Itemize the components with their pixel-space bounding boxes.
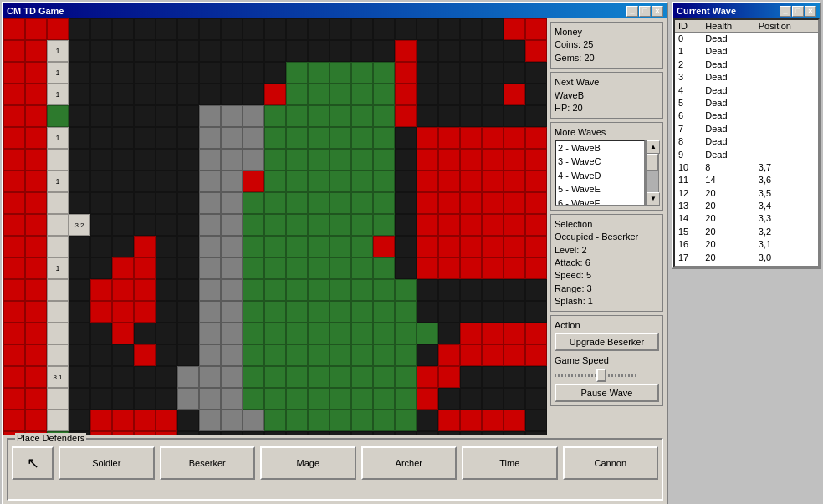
grid-cell[interactable] [156, 366, 177, 388]
grid-cell[interactable] [112, 236, 134, 257]
grid-cell[interactable] [395, 214, 417, 236]
grid-cell[interactable] [504, 301, 525, 323]
grid-cell[interactable] [69, 149, 90, 171]
grid-cell[interactable] [177, 171, 199, 192]
grid-cell[interactable] [460, 279, 482, 301]
grid-cell[interactable] [3, 149, 25, 171]
grid-cell[interactable] [264, 344, 286, 366]
grid-cell[interactable] [482, 214, 504, 236]
grid-cell[interactable] [156, 323, 177, 344]
grid-cell[interactable] [264, 84, 286, 105]
grid-cell[interactable] [351, 301, 373, 323]
grid-cell[interactable] [373, 388, 395, 410]
minimize-button[interactable]: _ [626, 6, 638, 17]
grid-cell[interactable] [25, 84, 47, 105]
grid-cell[interactable] [221, 62, 243, 84]
grid-cell[interactable] [243, 388, 264, 410]
grid-cell[interactable] [134, 257, 156, 279]
grid-cell[interactable] [69, 105, 90, 127]
grid-cell[interactable] [112, 323, 134, 344]
grid-cell[interactable] [308, 431, 330, 435]
grid-cell[interactable] [286, 171, 308, 192]
grid-cell[interactable] [525, 257, 547, 279]
grid-cell[interactable] [3, 388, 25, 410]
grid-cell[interactable] [460, 236, 482, 257]
grid-cell[interactable] [221, 301, 243, 323]
grid-cell[interactable] [525, 105, 547, 127]
grid-cell[interactable] [134, 171, 156, 192]
grid-cell[interactable] [69, 366, 90, 388]
grid-cell[interactable] [69, 388, 90, 410]
grid-cell[interactable] [177, 323, 199, 344]
grid-cell[interactable] [308, 323, 330, 344]
grid-cell[interactable] [395, 40, 417, 62]
grid-cell[interactable] [330, 214, 351, 236]
grid-cell[interactable] [351, 344, 373, 366]
grid-cell[interactable] [69, 323, 90, 344]
grid-cell[interactable] [373, 236, 395, 257]
grid-cell[interactable] [504, 366, 525, 388]
grid-cell[interactable] [156, 301, 177, 323]
grid-cell[interactable] [90, 171, 112, 192]
grid-cell[interactable] [243, 105, 264, 127]
wave-close-button[interactable]: × [805, 6, 816, 17]
grid-cell[interactable] [199, 18, 221, 40]
grid-cell[interactable] [460, 40, 482, 62]
grid-cell[interactable] [264, 410, 286, 431]
grid-cell[interactable] [330, 366, 351, 388]
grid-cell[interactable] [286, 18, 308, 40]
pause-wave-button[interactable]: Pause Wave [555, 384, 659, 402]
grid-cell[interactable] [199, 192, 221, 214]
grid-cell[interactable] [112, 18, 134, 40]
grid-cell[interactable] [3, 214, 25, 236]
grid-cell[interactable] [3, 301, 25, 323]
grid-cell[interactable] [417, 149, 438, 171]
grid-cell[interactable] [25, 171, 47, 192]
grid-cell[interactable] [330, 431, 351, 435]
grid-cell[interactable] [112, 279, 134, 301]
grid-cell[interactable] [90, 105, 112, 127]
grid-cell[interactable] [395, 388, 417, 410]
grid-cell[interactable] [156, 127, 177, 149]
grid-cell[interactable] [156, 388, 177, 410]
wave-list-item[interactable]: 4 - WaveD [556, 169, 644, 183]
grid-cell[interactable] [243, 84, 264, 105]
grid-cell[interactable] [417, 214, 438, 236]
grid-cell[interactable] [308, 344, 330, 366]
grid-cell[interactable] [156, 279, 177, 301]
more-waves-listbox[interactable]: 2 - WaveB3 - WaveC4 - WaveD5 - WaveE6 - … [555, 140, 646, 206]
grid-cell[interactable] [90, 18, 112, 40]
grid-cell[interactable] [69, 40, 90, 62]
grid-cell[interactable] [112, 214, 134, 236]
grid-cell[interactable] [286, 279, 308, 301]
grid-cell[interactable] [525, 62, 547, 84]
grid-cell[interactable] [199, 366, 221, 388]
grid-cell[interactable] [177, 431, 199, 435]
cannon-button[interactable]: Cannon [563, 446, 659, 480]
grid-cell[interactable] [308, 388, 330, 410]
wave-list-item[interactable]: 2 - WaveB [556, 141, 644, 155]
grid-cell[interactable] [177, 149, 199, 171]
grid-cell[interactable] [156, 431, 177, 435]
grid-cell[interactable] [134, 18, 156, 40]
grid-cell[interactable]: 8 1 [47, 366, 69, 388]
grid-cell[interactable] [243, 62, 264, 84]
grid-cell[interactable] [3, 105, 25, 127]
grid-cell[interactable] [417, 236, 438, 257]
grid-cell[interactable] [3, 40, 25, 62]
grid-cell[interactable] [3, 257, 25, 279]
grid-cell[interactable] [134, 279, 156, 301]
grid-cell[interactable] [525, 149, 547, 171]
grid-cell[interactable] [221, 127, 243, 149]
grid-cell[interactable] [504, 105, 525, 127]
grid-cell[interactable] [330, 127, 351, 149]
grid-cell[interactable] [221, 366, 243, 388]
grid-cell[interactable] [264, 279, 286, 301]
grid-cell[interactable] [134, 344, 156, 366]
grid-cell[interactable] [199, 214, 221, 236]
grid-cell[interactable] [351, 257, 373, 279]
grid-cell[interactable] [351, 62, 373, 84]
grid-cell[interactable] [373, 105, 395, 127]
grid-cell[interactable] [482, 127, 504, 149]
grid-cell[interactable] [373, 344, 395, 366]
